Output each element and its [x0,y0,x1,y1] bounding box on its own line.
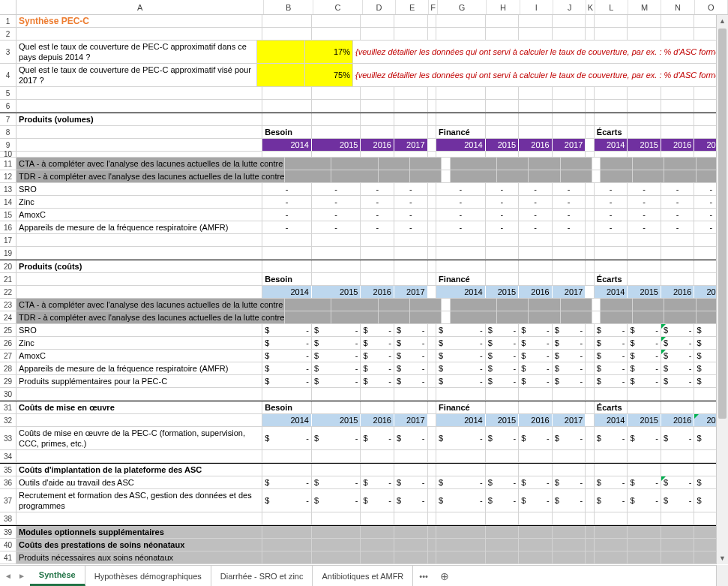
col-header[interactable]: N [661,0,694,14]
row-header[interactable]: 4 [0,64,16,86]
answer-cell[interactable] [257,64,305,86]
row-header[interactable]: 9 [0,139,16,151]
product-row: 15AmoxC------------ [0,209,728,221]
product-cost-row: 29Produits supplémentaires pour la PEC-C… [0,375,728,388]
row-header[interactable]: 10 [0,152,16,157]
row-header[interactable]: 12 [0,170,16,182]
tab-diarrhee[interactable]: Diarrhée - SRO et zinc [211,566,313,586]
year-header[interactable]: 2016 [361,139,394,151]
col-header[interactable]: L [595,0,628,14]
tab-hypotheses[interactable]: Hypothèses démographiques [85,566,211,586]
year-header[interactable]: 2015 [486,139,520,151]
section-header[interactable]: Coûts d'implantation de la plateforme de… [16,464,262,476]
answer-cell[interactable] [257,41,305,63]
year-header[interactable]: 2016 [661,139,695,151]
subheader[interactable]: Écarts [595,126,628,138]
tab-prev-icon[interactable]: ◄ [4,572,12,580]
scroll-up-arrow[interactable]: ▲ [717,15,728,27]
col-header[interactable]: D [363,0,396,14]
horizontal-scrollbar-corner [716,565,728,586]
answer1[interactable]: 17% [305,41,353,63]
tab-more-icon[interactable]: ••• [413,566,434,586]
col-header[interactable]: C [313,0,363,14]
tab-navigation[interactable]: ◄ ► [0,566,30,586]
col-header[interactable]: G [438,0,487,14]
year-header[interactable]: 2017 [394,139,428,151]
year-header[interactable]: 2017 [553,139,586,151]
note: {veuillez détailler les données qui ont … [353,64,728,86]
tab-next-icon[interactable]: ► [18,572,25,580]
question1[interactable]: Quel est le taux de couverture de PEC-C … [16,41,257,63]
row-header[interactable]: 3 [0,41,16,63]
tdr-row[interactable]: TDR - à compléter avec l'analyse des lac… [16,170,285,182]
question2[interactable]: Quel est le taux de couverture de PEC-C … [16,64,257,86]
col-header[interactable]: A [16,0,264,14]
cta-row[interactable]: CTA - à compléter avec l'analyse des lac… [16,158,285,170]
col-header[interactable]: I [520,0,553,14]
column-headers: A B C D E F G H I J K L M N O [0,0,728,15]
col-header[interactable]: F [429,0,437,14]
title-cell[interactable]: Synthèse PEC-C [16,15,262,27]
row-header[interactable]: 1 [0,15,16,27]
col-header[interactable]: O [695,0,728,14]
col-header[interactable]: B [264,0,313,14]
section-header[interactable]: Produits (coûts) [16,260,262,272]
product-cost-row: 25SRO$-$-$-$-$-$-$-$-$-$-$-$- [0,324,728,337]
subheader[interactable]: Financé [436,126,486,138]
answer2[interactable]: 75% [305,64,353,86]
col-header[interactable]: H [487,0,520,14]
tab-add-icon[interactable]: ⊕ [434,566,455,586]
year-header[interactable]: 2014 [595,139,628,151]
year-header[interactable]: 2014 [436,139,486,151]
sheet-tabs: ◄ ► Synthèse Hypothèses démographiques D… [0,565,716,586]
row-header[interactable]: 8 [0,126,16,138]
product-cost-row: 27AmoxC$-$-$-$-$-$-$-$-$-$-$-$- [0,350,728,362]
corner-cell[interactable] [0,0,16,14]
product-row: 13SRO------------ [0,183,728,196]
subheader[interactable]: Besoin [262,126,312,138]
col-header[interactable]: J [553,0,586,14]
product-row: 16Appareils de mesure de la fréquence re… [0,221,728,234]
note: {veuillez détailler les données qui ont … [353,41,728,63]
year-header[interactable]: 2015 [628,139,661,151]
row-header[interactable]: 7 [0,113,16,125]
product-cost-row: 28Appareils de mesure de la fréquence re… [0,362,728,375]
year-header[interactable]: 2015 [312,139,361,151]
section-header[interactable]: Modules optionnels supplémentaires [16,526,262,538]
col-header[interactable]: K [586,0,595,14]
year-header[interactable]: 2016 [519,139,553,151]
row-header[interactable]: 6 [0,100,16,112]
row-header[interactable]: 11 [0,158,16,170]
scroll-down-arrow[interactable]: ▼ [717,552,728,564]
year-header[interactable]: 2014 [262,139,312,151]
row-header[interactable]: 5 [0,87,16,99]
tab-synthese[interactable]: Synthèse [30,566,85,586]
row-header[interactable]: 2 [0,28,16,40]
product-row: 14Zinc------------ [0,196,728,209]
tab-antibiotiques[interactable]: Antibiotiques et AMFR [313,566,413,586]
section-header[interactable]: Produits (volumes) [16,113,262,125]
product-cost-row: 26Zinc$-$-$-$-$-$-$-$-$-$-$-$- [0,337,728,350]
vertical-scrollbar[interactable]: ▲ ▼ [716,15,728,564]
col-header[interactable]: E [396,0,429,14]
spreadsheet-grid[interactable]: 1 Synthèse PEC-C 2 3 Quel est le taux de… [0,15,728,564]
section-header[interactable]: Coûts de mise en œuvre [16,401,262,413]
scroll-thumb[interactable] [718,29,727,419]
col-header[interactable]: M [628,0,661,14]
